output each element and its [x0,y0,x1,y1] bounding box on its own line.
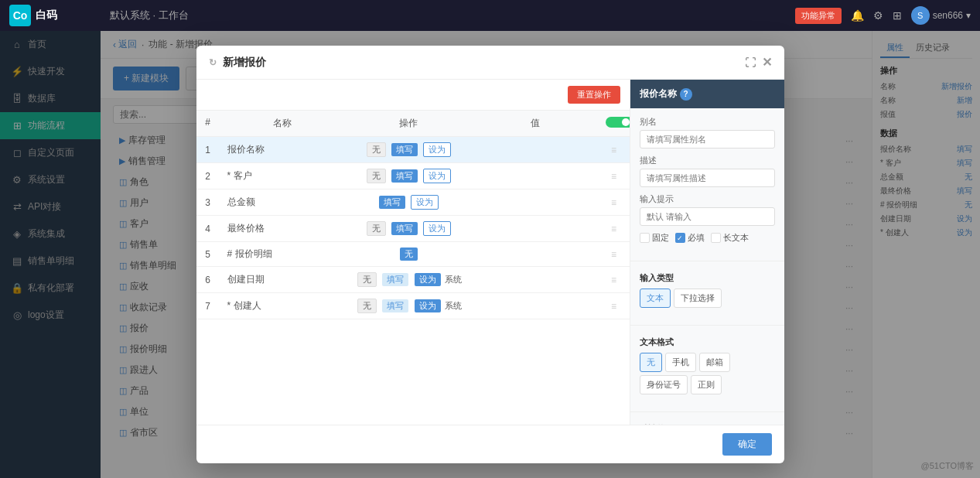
cb-longtext[interactable]: 长文本 [711,232,749,244]
op-fill-7[interactable]: 填写 [382,299,408,312]
td-val-2 [472,171,598,182]
td-seq-4: 4 [196,218,220,240]
op-set-4[interactable]: 设为 [423,221,451,236]
dr-textformat-title: 文本格式 [640,336,775,348]
td-val-1 [472,145,598,155]
refresh-icon: ↻ [209,57,217,68]
td-drag-6: ≡ [598,269,629,291]
layout-icon[interactable]: ⊞ [893,9,902,22]
table-row-1[interactable]: 1 报价名称 无 填写 设为 ≡ [196,137,630,163]
op-fill-2[interactable]: 填写 [391,169,418,183]
table-row-5[interactable]: 5 # 报价明细 无 ≡ [196,242,630,267]
td-val-4 [472,224,598,234]
table-row-3[interactable]: 3 总金额 填写 设为 ≡ [196,189,630,216]
toggle-switch[interactable] [606,117,629,128]
op-set-7[interactable]: 设为 [415,299,441,312]
td-name-6: 创建日期 [220,268,346,292]
btn-dropdown[interactable]: 下拉选择 [674,289,722,308]
table-row-4[interactable]: 4 最终价格 无 填写 设为 ≡ [196,216,630,242]
td-op-1: 无 填写 设为 [346,137,472,162]
btn-text[interactable]: 文本 [640,289,671,308]
top-nav: Co 白码 默认系统 · 工作台 功能异常 🔔 ⚙ ⊞ S sen666 ▾ [0,0,980,31]
op-fill-6[interactable]: 填写 [382,273,408,286]
td-val-3 [472,197,598,208]
op-none-2[interactable]: 无 [367,169,386,183]
table-row-7[interactable]: 7 * 创建人 无 填写 设为 系统 ≡ [196,293,630,319]
dr-textformat-btns: 无 手机 邮箱 身份证号 正则 [640,353,775,394]
op-none-5[interactable]: 无 [400,248,418,261]
td-drag-3: ≡ [598,192,629,213]
dialog-header: ↻ 新增报价 ⛶ ✕ [196,46,784,80]
th-operation: 操作 [346,111,472,136]
dialog-footer: 确定 [196,425,784,463]
dialog-body: 重置操作 # 名称 操作 值 1 报价名称 [196,80,784,425]
btn-none[interactable]: 无 [640,353,662,372]
cb-fixed[interactable]: 固定 [640,232,669,244]
btn-email[interactable]: 邮箱 [699,353,730,372]
reset-btn[interactable]: 重置操作 [568,86,620,104]
settings-icon[interactable]: ⚙ [873,9,883,22]
dr-default-section: 默认值 [630,415,784,425]
op-set-2[interactable]: 设为 [423,169,451,183]
td-name-4: 最终价格 [220,217,346,241]
btn-regex[interactable]: 正则 [691,375,722,394]
td-seq-3: 3 [196,192,220,213]
dr-textformat-section: 文本格式 无 手机 邮箱 身份证号 正则 [630,329,784,408]
avatar: S [911,6,930,25]
op-fill-4[interactable]: 填写 [391,222,418,235]
help-icon[interactable]: ? [680,88,692,101]
warning-btn[interactable]: 功能异常 [795,8,842,24]
op-fill-3[interactable]: 填写 [379,196,405,209]
dr-inputtype-title: 输入类型 [640,272,775,284]
divider-1 [630,261,784,261]
op-fill-1[interactable]: 填写 [391,143,418,156]
td-name-7: * 创建人 [220,294,346,318]
table-row-6[interactable]: 6 创建日期 无 填写 设为 系统 ≡ [196,267,630,293]
dr-alias-label: 别名 [640,116,775,128]
dialog-title: 新增报价 [223,56,266,70]
dialog-header-icons: ⛶ ✕ [745,55,772,70]
td-op-6: 无 填写 设为 系统 [346,267,472,292]
username: sen666 [933,10,963,21]
dr-inputtype-btns: 文本 下拉选择 [640,289,775,308]
th-name: 名称 [220,111,346,136]
bell-icon[interactable]: 🔔 [851,9,864,22]
confirm-btn[interactable]: 确定 [722,433,772,456]
divider-2 [630,325,784,326]
td-op-7: 无 填写 设为 系统 [346,293,472,319]
dialog-table-toolbar: 重置操作 [196,80,630,110]
td-seq-6: 6 [196,269,220,291]
dr-desc-input[interactable] [640,169,775,187]
th-value: 值 [472,111,598,136]
fullscreen-icon[interactable]: ⛶ [745,56,756,69]
table-row-2[interactable]: 2 * 客户 无 填写 设为 ≡ [196,163,630,189]
cb-required[interactable]: ✓ 必填 [675,232,705,244]
td-op-4: 无 填写 设为 [346,216,472,241]
btn-idcard[interactable]: 身份证号 [640,375,688,394]
td-name-2: * 客户 [220,164,346,188]
op-none-7[interactable]: 无 [357,299,377,313]
cb-fixed-label: 固定 [652,232,669,244]
logo-text: 白码 [36,9,57,22]
cb-required-box: ✓ [675,233,685,243]
btn-phone[interactable]: 手机 [665,353,696,372]
op-set-1[interactable]: 设为 [423,142,451,157]
close-icon[interactable]: ✕ [762,55,772,70]
dr-checkboxes: 固定 ✓ 必填 长文本 [640,232,775,244]
table-header: # 名称 操作 值 [196,110,630,137]
top-nav-right: 功能异常 🔔 ⚙ ⊞ S sen666 ▾ [795,6,971,25]
op-none-1[interactable]: 无 [367,142,386,157]
dr-hint-input[interactable] [640,207,775,226]
op-none-6[interactable]: 无 [357,272,377,287]
dr-hint-label: 输入提示 [640,193,775,205]
dr-alias-input[interactable] [640,130,775,149]
op-set-3[interactable]: 设为 [411,195,439,210]
td-drag-7: ≡ [598,295,629,317]
dropdown-icon: ▾ [966,10,971,21]
op-sys-6: 系统 [445,275,462,284]
op-none-4[interactable]: 无 [367,221,386,236]
op-set-6[interactable]: 设为 [415,273,441,286]
td-val-5 [472,249,598,260]
td-op-2: 无 填写 设为 [346,163,472,189]
td-op-5: 无 [346,242,472,266]
